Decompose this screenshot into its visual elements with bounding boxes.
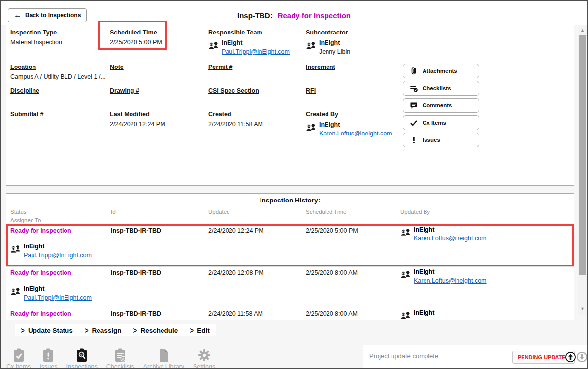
- bottom-nav: Cx Items Issues Inspections Checklists A…: [4, 346, 218, 369]
- team-icon: [306, 41, 317, 49]
- issues-button[interactable]: Issues: [403, 133, 479, 147]
- exclamation-icon: [409, 135, 418, 144]
- nav-checklists[interactable]: Checklists: [104, 346, 137, 369]
- nav-label: Archive Library: [143, 363, 184, 369]
- field-label: Submittal #: [10, 111, 43, 118]
- assigned-email-link[interactable]: Paul.Trippi@InEight.com: [24, 294, 92, 301]
- history-row[interactable]: Ready for Inspection Insp-TBD-IR-TBD 2/2…: [6, 224, 574, 266]
- column-header-scheduled-time: Scheduled Time: [306, 209, 346, 215]
- nav-settings[interactable]: Settings: [191, 346, 218, 369]
- nav-label: Checklists: [106, 363, 134, 369]
- nav-label: Cx Items: [6, 363, 31, 369]
- created-by-email-link[interactable]: Karen.Loftus@ineight.com: [319, 130, 392, 137]
- comments-button[interactable]: Comments: [403, 98, 479, 113]
- chevron-right-icon: >: [133, 326, 137, 335]
- field-label: Subcontractor: [306, 29, 350, 36]
- button-label: Issues: [423, 137, 440, 143]
- field-created: Created 2/24/2020 11:58 AM: [208, 111, 231, 118]
- record-status: Ready for Inspection: [278, 11, 351, 20]
- field-label: RFI: [306, 87, 316, 94]
- history-row[interactable]: Ready for Inspection Insp-TBD-IR-TBD 2/2…: [6, 266, 574, 307]
- row-updated: 2/24/2020 11:58 AM: [208, 310, 263, 317]
- field-inspection-type: Inspection Type Material Inspection: [10, 29, 57, 36]
- reassign-action[interactable]: > Reassign: [85, 327, 122, 334]
- upload-updates-button[interactable]: [565, 351, 576, 363]
- field-value: Material Inspection: [10, 39, 62, 46]
- field-discipline: Discipline: [10, 87, 39, 94]
- page-header: ← Back to Inspections Insp-TBD:Ready for…: [1, 1, 587, 25]
- row-status: Ready for Inspection: [10, 269, 71, 276]
- cx-items-button[interactable]: Cx Items: [403, 115, 479, 130]
- updated-by-email-link[interactable]: Karen.Loftus@ineight.com: [414, 235, 487, 242]
- scroll-up-icon[interactable]: ▲: [578, 28, 587, 33]
- clipboard-magnifier-icon: [74, 348, 89, 363]
- nav-archive-library[interactable]: Archive Library: [141, 346, 187, 369]
- team-name: InEight: [222, 38, 290, 47]
- nav-label: Issues: [39, 363, 57, 369]
- field-label: Created By: [306, 111, 392, 118]
- field-permit: Permit #: [208, 64, 232, 70]
- edit-action[interactable]: > Edit: [190, 327, 209, 334]
- updated-by-email-link[interactable]: Karen.Loftus@ineight.com: [414, 277, 487, 284]
- button-label: Comments: [423, 102, 452, 108]
- field-value: 2/24/2020 12:24 PM: [110, 121, 165, 128]
- row-scheduled: 2/25/2020 8:00 AM: [306, 269, 358, 276]
- field-subcontractor: Subcontractor InEight Jenny Libin: [306, 29, 350, 56]
- record-id: Insp-TBD:: [237, 11, 273, 20]
- nav-inspections[interactable]: Inspections: [64, 346, 99, 369]
- field-increment: Increment: [306, 64, 335, 70]
- field-label: Discipline: [10, 87, 39, 94]
- action-label: Reschedule: [140, 327, 178, 334]
- attachments-button[interactable]: Attachments: [403, 64, 479, 78]
- field-created-by: Created By InEight Karen.Loftus@ineight.…: [306, 111, 392, 138]
- button-label: Attachments: [423, 68, 457, 74]
- team-name: InEight: [319, 38, 350, 47]
- scrollbar-thumb[interactable]: [579, 35, 586, 275]
- inspection-history-panel: Inspection History: Status Assigned To I…: [6, 193, 574, 320]
- row-scheduled: 2/25/2020 8:00 AM: [306, 310, 358, 317]
- chevron-right-icon: >: [21, 326, 25, 335]
- nav-issues[interactable]: Issues: [37, 346, 60, 369]
- nav-cx-items[interactable]: Cx Items: [4, 346, 33, 369]
- row-updated-by: InEight Karen.Loftus@ineight.com: [400, 268, 487, 285]
- field-label: Responsible Team: [208, 29, 290, 36]
- field-last-modified: Last Modified 2/24/2020 12:24 PM: [110, 111, 150, 118]
- download-updates-button[interactable]: [576, 351, 588, 363]
- history-row[interactable]: Ready for Inspection Insp-TBD-IR-TBD 2/2…: [6, 307, 574, 320]
- row-id: Insp-TBD-IR-TBD: [111, 310, 161, 317]
- button-label: Cx Items: [423, 120, 446, 126]
- sync-status-message: Project update complete: [369, 352, 438, 360]
- inspection-detail-page: ← Back to Inspections Insp-TBD:Ready for…: [1, 1, 587, 368]
- document-icon: [156, 348, 171, 363]
- field-label: Inspection Type: [10, 29, 57, 36]
- scroll-down-icon[interactable]: ▼: [578, 306, 587, 311]
- vertical-scrollbar[interactable]: ▲ ▼: [578, 26, 587, 315]
- checklists-button[interactable]: Checklists: [403, 81, 479, 96]
- page-title: Insp-TBD:Ready for Inspection: [1, 11, 587, 20]
- arrow-up-circle-icon: [565, 351, 576, 363]
- assigned-email-link[interactable]: Paul.Trippi@InEight.com: [24, 252, 92, 259]
- row-id: Insp-TBD-IR-TBD: [111, 269, 161, 276]
- action-label: Edit: [197, 327, 210, 334]
- row-assigned-to: InEight Paul.Trippi@InEight.com: [10, 284, 92, 302]
- responsible-team-email-link[interactable]: Paul.Trippi@InEight.com: [222, 48, 290, 55]
- update-status-action[interactable]: > Update Status: [21, 327, 73, 334]
- row-updated-by: InEight Karen.Loftus@ineight.com: [400, 225, 487, 243]
- field-label: Created: [208, 111, 231, 118]
- history-title: Inspection History:: [6, 197, 574, 204]
- checkmark-icon: [409, 118, 418, 127]
- chevron-right-icon: >: [85, 326, 89, 335]
- field-value: 2/24/2020 11:58 AM: [208, 121, 263, 128]
- bottom-toolbar: Cx Items Issues Inspections Checklists A…: [1, 345, 587, 368]
- column-header-updated-by: Updated By: [400, 209, 430, 215]
- clipboard-check-icon: [11, 348, 26, 363]
- field-label: Note: [110, 64, 124, 70]
- field-scheduled-time: Scheduled Time 2/25/2020 5:00 PM: [110, 29, 157, 36]
- field-drawing: Drawing #: [110, 87, 139, 94]
- field-location: Location Campus A / Utility BLD / Level …: [10, 64, 36, 70]
- row-updated: 2/24/2020 12:08 PM: [208, 269, 264, 276]
- reschedule-action[interactable]: > Reschedule: [133, 327, 178, 334]
- arrow-down-circle-icon: [576, 351, 588, 363]
- field-value: 2/25/2020 5:00 PM: [110, 39, 162, 46]
- team-name: InEight: [414, 268, 487, 276]
